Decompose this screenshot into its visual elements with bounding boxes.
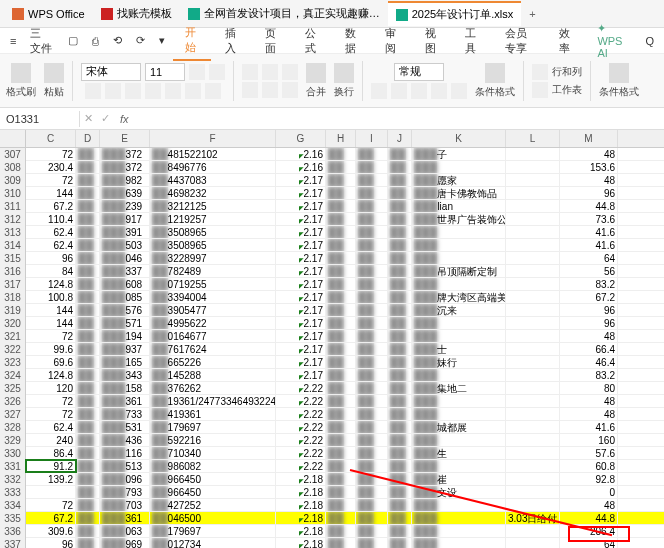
ribbon-tab[interactable]: 会员专享: [493, 22, 545, 60]
format-painter-icon[interactable]: [11, 63, 31, 83]
cell[interactable]: ███391: [100, 226, 150, 238]
cell[interactable]: ◤2.17: [276, 317, 326, 329]
cell[interactable]: 96: [560, 317, 618, 329]
row-header[interactable]: 314: [0, 239, 26, 252]
cell[interactable]: ███337: [100, 265, 150, 277]
cell[interactable]: 56: [560, 265, 618, 277]
menu-btn[interactable]: ⟲: [107, 30, 128, 51]
title-tab[interactable]: 找账壳模板: [93, 2, 180, 25]
row-header[interactable]: 317: [0, 278, 26, 291]
cell[interactable]: ██3508965: [150, 239, 276, 251]
cell[interactable]: ██: [76, 473, 100, 485]
cell[interactable]: [506, 161, 560, 173]
cell[interactable]: ███571: [100, 317, 150, 329]
cell[interactable]: ██: [388, 356, 412, 368]
cell[interactable]: [506, 200, 560, 212]
cell[interactable]: 84: [26, 265, 76, 277]
fx-icon[interactable]: fx: [114, 111, 135, 127]
cell[interactable]: [506, 369, 560, 381]
cell[interactable]: 48: [560, 174, 618, 186]
confirm-icon[interactable]: ✓: [97, 112, 114, 125]
cell[interactable]: ██: [326, 473, 356, 485]
row-header[interactable]: 324: [0, 369, 26, 382]
cell[interactable]: ██: [388, 343, 412, 355]
cell[interactable]: [506, 291, 560, 303]
align-mid-icon[interactable]: [262, 64, 278, 80]
cell[interactable]: ███妹行: [412, 356, 506, 368]
cell[interactable]: 72: [26, 499, 76, 511]
border-icon[interactable]: [205, 83, 221, 99]
row-header[interactable]: 333: [0, 486, 26, 499]
cell[interactable]: ██: [356, 447, 388, 459]
cell[interactable]: ◤2.17: [276, 252, 326, 264]
cell[interactable]: ██: [388, 421, 412, 433]
row-header[interactable]: 308: [0, 161, 26, 174]
col-header[interactable]: D: [76, 130, 100, 147]
cell[interactable]: ██: [356, 473, 388, 485]
cell[interactable]: ██: [356, 538, 388, 548]
cell[interactable]: 72: [26, 395, 76, 407]
row-header[interactable]: 337: [0, 538, 26, 548]
cell[interactable]: ██710340: [150, 447, 276, 459]
underline-icon[interactable]: [125, 83, 141, 99]
cell[interactable]: ◤2.17: [276, 226, 326, 238]
cell[interactable]: ██: [388, 473, 412, 485]
cell[interactable]: ███361: [100, 395, 150, 407]
cell[interactable]: ███: [412, 525, 506, 537]
cell[interactable]: ██: [356, 512, 388, 524]
cell[interactable]: ███集地二: [412, 382, 506, 394]
row-header[interactable]: 325: [0, 382, 26, 395]
cell[interactable]: ███: [412, 512, 506, 524]
row-header[interactable]: 310: [0, 187, 26, 200]
row-header[interactable]: 331: [0, 460, 26, 473]
sheet-icon[interactable]: [532, 82, 548, 98]
cell[interactable]: ◤2.16: [276, 161, 326, 173]
cell[interactable]: ██: [326, 291, 356, 303]
number-format-select[interactable]: [394, 63, 444, 81]
menu-btn[interactable]: ⟳: [130, 30, 151, 51]
cell[interactable]: ██3394004: [150, 291, 276, 303]
cell[interactable]: ██427252: [150, 499, 276, 511]
cell[interactable]: ██: [76, 161, 100, 173]
cell[interactable]: ██4995622: [150, 317, 276, 329]
title-tab[interactable]: WPS Office: [4, 4, 93, 24]
cell[interactable]: 60.8: [560, 460, 618, 472]
strike-icon[interactable]: [145, 83, 161, 99]
cell[interactable]: ██: [388, 538, 412, 548]
percent-icon[interactable]: [391, 83, 407, 99]
cell[interactable]: ██: [356, 460, 388, 472]
cell[interactable]: 44.8: [560, 512, 618, 524]
cell[interactable]: ██046500: [150, 512, 276, 524]
cell[interactable]: ◤2.18: [276, 512, 326, 524]
cell[interactable]: ███608: [100, 278, 150, 290]
cell[interactable]: ██: [388, 161, 412, 173]
cell[interactable]: ███: [412, 395, 506, 407]
cell[interactable]: [506, 434, 560, 446]
cell[interactable]: 96: [26, 538, 76, 548]
cell[interactable]: ██: [388, 447, 412, 459]
cell[interactable]: ██: [76, 486, 100, 498]
cell[interactable]: 62.4: [26, 239, 76, 251]
cell[interactable]: ██: [388, 330, 412, 342]
cell[interactable]: ██: [76, 395, 100, 407]
cell[interactable]: 62.4: [26, 226, 76, 238]
cell[interactable]: ██: [326, 460, 356, 472]
cell[interactable]: 96: [560, 304, 618, 316]
currency-icon[interactable]: [371, 83, 387, 99]
cell[interactable]: 69.6: [26, 356, 76, 368]
cell[interactable]: 67.2: [26, 512, 76, 524]
cell[interactable]: ██: [356, 317, 388, 329]
cell[interactable]: ██: [76, 408, 100, 420]
cell[interactable]: ██: [356, 148, 388, 160]
col-header[interactable]: F: [150, 130, 276, 147]
row-header[interactable]: 311: [0, 200, 26, 213]
cell[interactable]: ██: [76, 265, 100, 277]
cell[interactable]: [506, 447, 560, 459]
cell[interactable]: ██8496776: [150, 161, 276, 173]
cell[interactable]: ███吊顶隔断定制: [412, 265, 506, 277]
cell[interactable]: ◤2.22: [276, 434, 326, 446]
fill-color-icon[interactable]: [185, 83, 201, 99]
new-tab-button[interactable]: +: [521, 4, 543, 24]
row-header[interactable]: 316: [0, 265, 26, 278]
cell[interactable]: 83.2: [560, 278, 618, 290]
